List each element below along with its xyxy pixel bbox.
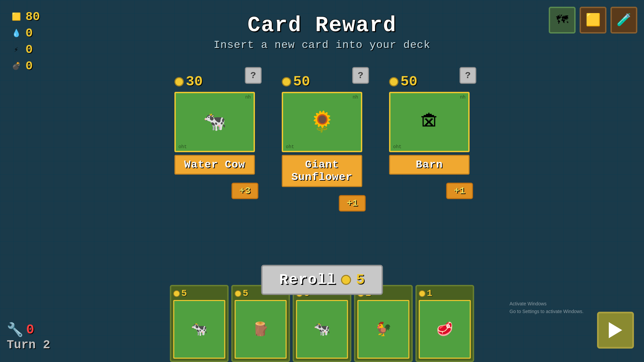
card-name-banner-watercow: Water Cow bbox=[174, 155, 255, 175]
deck-card-4[interactable]: 1 🐓 bbox=[354, 285, 413, 362]
resources-panel: 🟨 80 💧 0 ⚡ 0 💣 0 bbox=[10, 10, 40, 73]
map-icon: 🗺 bbox=[556, 13, 568, 27]
card-plus-text-barn: +1 bbox=[454, 186, 465, 196]
img-corner-tl-2: nh bbox=[353, 95, 358, 100]
turn-info: 🔧 0 Turn 2 bbox=[7, 322, 50, 352]
card-cost-watercow: 30 bbox=[174, 74, 255, 90]
reroll-coin-icon bbox=[341, 275, 351, 285]
cost-value-barn: 50 bbox=[400, 74, 417, 90]
img-corner-br-3: oht bbox=[393, 144, 401, 149]
reroll-label: Reroll bbox=[279, 272, 336, 288]
bomb-value: 0 bbox=[25, 59, 33, 73]
img-corner-tl-3: nh bbox=[460, 95, 466, 100]
card-image-watercow: nh 🐄 oht bbox=[174, 92, 255, 152]
card-plus-sunflower: +1 bbox=[339, 195, 366, 212]
coin-value: 80 bbox=[25, 10, 40, 24]
card-plus-barn: +1 bbox=[446, 183, 473, 199]
deck-cost-val-5: 1 bbox=[427, 288, 433, 299]
card-plus-watercow: +3 bbox=[231, 183, 258, 199]
deck-sprite-4: 🐓 bbox=[375, 321, 392, 338]
resource-bomb-row: 💣 0 bbox=[10, 59, 40, 73]
cost-value-watercow: 30 bbox=[186, 74, 203, 90]
deck-coin-1 bbox=[173, 290, 180, 297]
img-corner-br: oht bbox=[178, 144, 187, 149]
card-name-barn: Barn bbox=[416, 159, 443, 171]
resource-energy-row: ⚡ 0 bbox=[10, 43, 40, 57]
img-corner-tl: nh bbox=[245, 95, 251, 100]
watercow-sprite: 🐄 bbox=[203, 111, 226, 133]
reroll-button[interactable]: Reroll 5 bbox=[261, 265, 383, 295]
deck-sprite-2: 🪵 bbox=[252, 321, 269, 338]
coin-icon: 🟨 bbox=[10, 11, 22, 23]
card-plus-wrapper-barn: +1 bbox=[386, 180, 473, 199]
deck-card-5[interactable]: 1 🥩 bbox=[416, 285, 474, 362]
resource-water-row: 💧 0 bbox=[10, 26, 40, 40]
map-button[interactable]: 🗺 bbox=[549, 7, 576, 34]
arrow-right-icon bbox=[609, 322, 622, 338]
card-cost-barn: 50 bbox=[389, 74, 470, 90]
wrench-icon: 🔧 bbox=[7, 322, 23, 338]
page-subtitle: Insert a new card into your deck bbox=[214, 39, 431, 51]
deck-coin-2 bbox=[235, 290, 241, 297]
card-water-cow[interactable]: ? 30 nh 🐄 oht Water Cow +3 bbox=[171, 70, 258, 199]
inventory-button[interactable]: 🟨 bbox=[580, 7, 606, 34]
cost-coin-icon-3 bbox=[389, 77, 398, 86]
card-help-barn[interactable]: ? bbox=[460, 67, 476, 84]
potion-button[interactable]: 🧪 bbox=[610, 7, 637, 34]
card-help-watercow[interactable]: ? bbox=[245, 67, 262, 84]
deck-card-cost-5: 1 bbox=[419, 288, 471, 299]
energy-value: 0 bbox=[25, 43, 33, 57]
page-title: Card Reward bbox=[214, 13, 431, 38]
cost-coin-icon bbox=[174, 77, 184, 86]
watermark-line2: Go to Settings to activate Windows. bbox=[509, 308, 584, 315]
deck-img-4: 🐓 bbox=[358, 300, 410, 359]
card-plus-text-sunflower: +1 bbox=[346, 198, 358, 208]
card-barn[interactable]: ? 50 nh 🏚 oht Barn +1 bbox=[386, 70, 473, 199]
turn-label: Turn 2 bbox=[7, 338, 50, 352]
reroll-cost-value: 5 bbox=[356, 272, 365, 288]
deck-img-1: 🐄 bbox=[173, 300, 225, 359]
deck-card-1[interactable]: 5 🐄 bbox=[170, 285, 229, 362]
deck-img-2: 🪵 bbox=[235, 300, 287, 359]
energy-icon: ⚡ bbox=[10, 44, 22, 56]
potion-icon: 🧪 bbox=[616, 13, 632, 27]
deck-img-5: 🥩 bbox=[419, 300, 471, 359]
turn-count: 0 bbox=[26, 322, 34, 338]
top-right-panel: 🗺 🟨 🧪 bbox=[549, 7, 637, 34]
card-plus-wrapper-sunflower: +1 bbox=[278, 192, 366, 212]
deck-card-3[interactable]: 5 🐄 bbox=[293, 285, 352, 362]
barn-sprite: 🏚 bbox=[420, 111, 439, 133]
deck-img-3: 🐄 bbox=[296, 300, 348, 359]
card-name-watercow: Water Cow bbox=[184, 159, 245, 171]
card-help-sunflower[interactable]: ? bbox=[352, 67, 369, 84]
watermark-line1: Activate Windows bbox=[509, 300, 584, 307]
card-image-sunflower: nh 🌻 oht bbox=[282, 92, 362, 152]
sunflower-sprite: 🌻 bbox=[310, 110, 335, 134]
deck-sprite-5: 🥩 bbox=[436, 321, 453, 338]
deck-cost-val-2: 5 bbox=[243, 288, 249, 299]
resource-coin-row: 🟨 80 bbox=[10, 10, 40, 24]
cards-container: ? 30 nh 🐄 oht Water Cow +3 bbox=[171, 70, 473, 212]
deck-card-2[interactable]: 5 🪵 bbox=[231, 285, 290, 362]
turn-row: 🔧 0 bbox=[7, 322, 50, 338]
bomb-icon: 💣 bbox=[10, 60, 22, 72]
card-plus-text-watercow: +3 bbox=[239, 186, 251, 196]
deck-card-cost-1: 5 bbox=[173, 288, 225, 299]
inventory-icon: 🟨 bbox=[586, 13, 601, 27]
deck-sprite-3: 🐄 bbox=[314, 321, 330, 338]
deck-cost-val-1: 5 bbox=[181, 288, 187, 299]
cost-value-sunflower: 50 bbox=[293, 74, 310, 90]
card-name-sunflower: Giant Sunflower bbox=[291, 159, 353, 183]
deck-sprite-1: 🐄 bbox=[191, 321, 208, 338]
header-section: Card Reward Insert a new card into your … bbox=[214, 13, 431, 51]
img-corner-br-2: oht bbox=[286, 144, 294, 149]
card-name-banner-sunflower: Giant Sunflower bbox=[282, 155, 362, 187]
next-button[interactable] bbox=[597, 312, 634, 349]
deck-area: 5 🐄 5 🪵 5 🐄 1 🐓 bbox=[170, 285, 474, 362]
card-plus-wrapper-watercow: +3 bbox=[171, 180, 258, 199]
card-giant-sunflower[interactable]: ? 50 nh 🌻 oht Giant Sunflower +1 bbox=[278, 70, 366, 212]
water-value: 0 bbox=[25, 26, 33, 40]
card-name-banner-barn: Barn bbox=[389, 155, 470, 175]
card-cost-sunflower: 50 bbox=[282, 74, 362, 90]
card-image-barn: nh 🏚 oht bbox=[389, 92, 470, 152]
